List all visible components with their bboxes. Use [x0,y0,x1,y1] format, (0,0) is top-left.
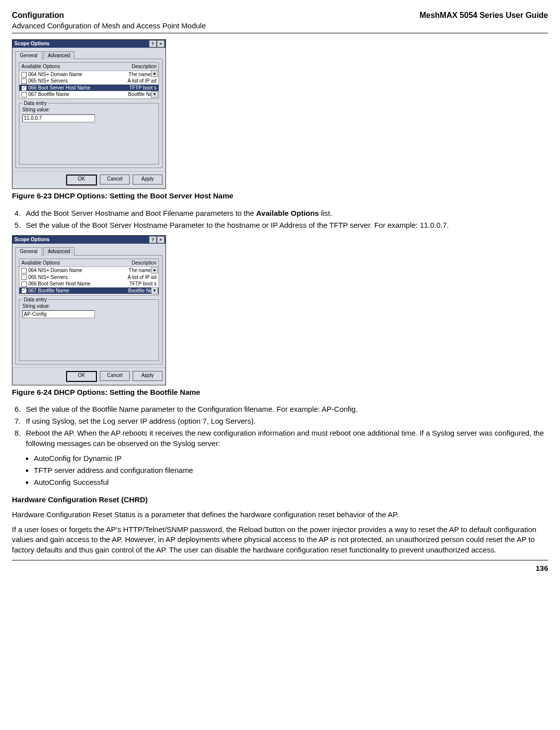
col-description: Description [132,63,157,70]
option-label: 064 NIS+ Domain Name [28,268,82,273]
dialog2-options-list: Available Options Description ▲ ▼ 064 NI… [19,259,159,295]
checkbox-icon[interactable]: ✓ [21,288,27,293]
apply-button[interactable]: Apply [133,371,162,381]
checkbox-icon[interactable] [21,79,27,84]
ok-button[interactable]: OK [66,175,97,185]
list-bold: Available Options [256,209,319,217]
option-label: 066 Boot Server Host Name [28,281,90,286]
help-button[interactable]: ? [149,40,157,47]
close-button[interactable]: × [157,236,164,243]
list-text: Add the Boot Server Hostname and Boot Fi… [26,209,256,217]
option-label: 066 Boot Server Host Name [28,85,90,91]
dialog1-tab-body: Available Options Description ▲ ▼ 064 NI… [15,59,162,168]
option-row[interactable]: 066 Boot Server Host Name TFTP boot s [19,280,159,287]
dialog2-tabs: General Advanced [12,244,165,255]
option-desc: TFTP boot s [129,85,157,91]
bullet-item: AutoConfig for Dynamic IP [34,454,548,463]
list-item-6: Set the value of the Bootfile Name param… [23,404,548,414]
option-label: 067 Bootfile Name [28,91,69,97]
scroll-up-icon[interactable]: ▲ [151,70,158,77]
tab-advanced[interactable]: Advanced [43,247,74,256]
bullet-item: AutoConfig Successful [34,477,548,487]
dialog1-buttons: OK Cancel Apply [12,171,165,188]
dialog1-titlebar: Scope Options ? × [12,40,165,48]
option-label: 067 Bootfile Name [28,288,69,293]
footer-rule [12,560,548,560]
close-button[interactable]: × [157,40,164,47]
list-item-4: Add the Boot Server Hostname and Boot Fi… [23,208,548,218]
option-row[interactable]: 065 NIS+ Servers A list of IP ad [19,78,159,85]
options-rows: 064 NIS+ Domain Name The name of 065 NIS… [19,267,159,294]
page-number: 136 [12,563,548,573]
cancel-button[interactable]: Cancel [100,175,130,184]
options-header: Available Options Description [19,259,159,268]
dialog2-titlebar: Scope Options ? × [12,236,165,244]
option-row[interactable]: 065 NIS+ Servers A list of IP ad [19,274,159,281]
bullet-list: AutoConfig for Dynamic IP TFTP server ad… [12,454,548,488]
figure-caption-6-23: Figure 6-23 DHCP Options: Setting the Bo… [12,191,548,201]
option-desc: A list of IP ad [128,78,157,85]
bullet-item: TFTP server address and configuration fi… [34,465,548,475]
dialog2-title: Scope Options [14,236,50,243]
checkbox-icon[interactable]: ✓ [21,86,27,91]
string-value-label: String value: [22,106,156,113]
dialog1-tabs: General Advanced [12,48,165,59]
list-item-8: Reboot the AP. When the AP reboots it re… [23,428,548,449]
option-desc: A list of IP ad [128,274,157,281]
dialog2-title-buttons: ? × [149,236,164,243]
data-entry-fieldset: Data entry String value: 11.0.0.7 [19,103,159,165]
option-row[interactable]: ✓067 Bootfile Name Bootfile Nam [19,287,159,294]
option-row[interactable]: 064 NIS+ Domain Name The name of [19,267,159,274]
dialog2-tab-body: Available Options Description ▲ ▼ 064 NI… [15,255,162,365]
list-item-7: If using Syslog, set the Log server IP a… [23,416,548,426]
ordered-list-4-5: Add the Boot Server Hostname and Boot Fi… [12,208,548,231]
option-label: 064 NIS+ Domain Name [28,72,82,77]
list-item-5: Set the value of the Boot Server Hostnam… [23,220,548,230]
scroll-up-icon[interactable]: ▲ [151,267,158,274]
section-paragraph-1: Hardware Configuration Reset Status is a… [12,510,548,520]
tab-general[interactable]: General [15,247,42,256]
col-options: Available Options [21,63,60,70]
string-value-label: String value: [22,303,156,310]
option-row[interactable]: 064 NIS+ Domain Name The name of [19,71,159,78]
checkbox-icon[interactable] [21,274,27,280]
checkbox-icon[interactable] [21,268,27,274]
option-label: 065 NIS+ Servers [28,78,68,84]
header-left-block: Configuration Advanced Configuration of … [12,10,206,31]
list-text: list. [319,209,332,217]
apply-button[interactable]: Apply [133,175,162,184]
scroll-down-icon[interactable]: ▼ [151,287,158,294]
fieldset-label: Data entry [22,296,48,303]
cancel-button[interactable]: Cancel [100,371,130,381]
dialog1-title-buttons: ? × [149,40,164,47]
dialog1-options-list: Available Options Description ▲ ▼ 064 NI… [19,62,159,99]
scope-options-dialog-2: Scope Options ? × General Advanced Avail… [12,235,166,385]
tab-advanced[interactable]: Advanced [43,51,74,60]
option-label: 065 NIS+ Servers [28,274,68,280]
ok-button[interactable]: OK [66,371,97,382]
dialog1-title: Scope Options [14,40,50,47]
header-rule [12,33,548,33]
option-row[interactable]: ✓066 Boot Server Host Name TFTP boot s [19,85,159,91]
string-value-input[interactable]: 11.0.0.7 [22,114,95,122]
help-button[interactable]: ? [149,236,157,243]
option-desc: TFTP boot s [129,280,157,287]
string-value-input[interactable]: AP-Config [22,310,95,318]
checkbox-icon[interactable] [21,281,27,287]
dialog2-buttons: OK Cancel Apply [12,367,165,385]
checkbox-icon[interactable] [21,92,27,97]
data-entry-fieldset: Data entry String value: AP-Config [19,299,159,361]
ordered-list-6-8: Set the value of the Bootfile Name param… [12,404,548,449]
options-rows: 064 NIS+ Domain Name The name of 065 NIS… [19,71,159,98]
tab-general[interactable]: General [15,51,42,60]
col-options: Available Options [21,260,60,267]
page-header: Configuration Advanced Configuration of … [12,10,548,31]
option-row[interactable]: 067 Bootfile Name Bootfile Nam [19,91,159,98]
scroll-down-icon[interactable]: ▼ [151,91,158,98]
scope-options-dialog-1: Scope Options ? × General Advanced Avail… [12,39,166,189]
header-subtitle: Advanced Configuration of Mesh and Acces… [12,21,206,31]
section-paragraph-2: If a user loses or forgets the AP's HTTP… [12,525,548,555]
section-heading-chrd: Hardware Configuration Reset (CHRD) [12,495,548,505]
checkbox-icon[interactable] [21,72,27,78]
figure-caption-6-24: Figure 6-24 DHCP Options: Setting the Bo… [12,387,548,397]
